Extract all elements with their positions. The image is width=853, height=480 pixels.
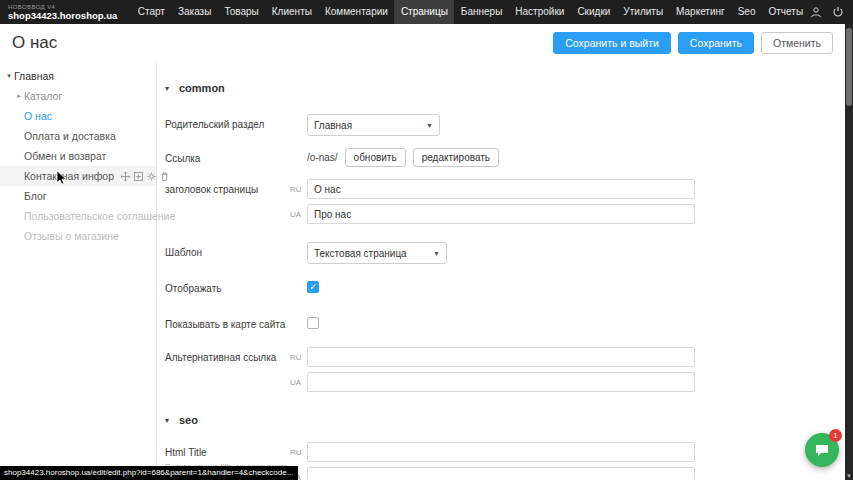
- display-checkbox[interactable]: ✓: [307, 281, 319, 293]
- page-title-ru-input[interactable]: [307, 179, 695, 199]
- menu-item-settings[interactable]: Настройки: [509, 0, 571, 24]
- scrollbar-thumb[interactable]: [846, 28, 852, 106]
- menu-item-comments[interactable]: Комментарии: [318, 0, 394, 24]
- topbar: НОВОВВОД V4 shop34423.horoshop.ua Старт …: [0, 0, 853, 24]
- cancel-button[interactable]: Отменить: [761, 32, 833, 55]
- tree-item-label: Контактная инфор: [24, 170, 114, 182]
- tree-item-label: Каталог: [24, 90, 62, 102]
- parent-section-select[interactable]: Главная ▼: [307, 114, 440, 136]
- chat-widget-button[interactable]: 1: [805, 433, 839, 467]
- brand-logo[interactable]: НОВОВВОД V4 shop34423.horoshop.ua: [8, 4, 117, 21]
- tree-item-label: Оплата и доставка: [24, 130, 116, 142]
- html-title-ru-input[interactable]: [307, 442, 695, 462]
- section-seo[interactable]: ▾ seo: [165, 414, 845, 426]
- menu-item-clients[interactable]: Клиенты: [265, 0, 318, 24]
- html-title-ua-input[interactable]: [307, 467, 695, 480]
- add-icon[interactable]: [133, 171, 143, 181]
- tree-item-label: Обмен и возврат: [24, 150, 106, 162]
- alt-link-ru-input[interactable]: [307, 347, 695, 367]
- admin-screen: НОВОВВОД V4 shop34423.horoshop.ua Старт …: [0, 0, 853, 480]
- form-row-template: Шаблон Текстовая страница ▼: [165, 242, 845, 264]
- section-title: seo: [179, 414, 198, 426]
- caret-down-icon: ▾: [165, 84, 179, 93]
- tree-item-home[interactable]: ▾ Главная: [0, 66, 156, 86]
- user-icon[interactable]: [810, 6, 823, 19]
- menu-item-discounts[interactable]: Скидки: [571, 0, 617, 24]
- tree-item-payment-delivery[interactable]: Оплата и доставка: [0, 126, 156, 146]
- scrollbar-down-arrow-icon[interactable]: ▼: [845, 473, 853, 479]
- tree-item-about-us[interactable]: О нас: [0, 106, 156, 126]
- tree-item-label: Пользовательское соглашение: [24, 210, 175, 222]
- form-row-link: Ссылка /o-nas/ обновить редактировать: [165, 148, 845, 167]
- page-title-ua-input[interactable]: [307, 204, 695, 224]
- selected-value: Текстовая страница: [314, 248, 429, 259]
- chat-icon: [814, 442, 830, 458]
- tree-item-label: О нас: [24, 110, 52, 122]
- link-preview-statusbar: shop34423.horoshop.ua/edit/edit.php?id=6…: [0, 466, 298, 480]
- caret-down-icon: ▾: [165, 416, 179, 425]
- sitemap-checkbox[interactable]: [307, 317, 319, 329]
- field-label-text: Html Title: [165, 447, 207, 458]
- page-title: О нас: [12, 33, 57, 53]
- form-row-parent: Родительский раздел Главная ▼: [165, 114, 845, 136]
- pages-tree-sidebar: ▾ Главная ▸ Каталог О нас Оплата и доста…: [0, 62, 157, 480]
- menu-item-pages[interactable]: Страницы: [394, 0, 454, 24]
- main-menu: Старт Заказы Товары Клиенты Комментарии …: [131, 0, 809, 24]
- section-common[interactable]: ▾ common: [165, 82, 845, 94]
- menu-item-seo[interactable]: Seo: [731, 0, 762, 24]
- topbar-icons: [810, 6, 845, 19]
- chevron-down-icon: ▼: [433, 250, 440, 257]
- lang-tag-ru: RU: [290, 353, 304, 362]
- gear-icon[interactable]: [146, 171, 156, 181]
- menu-item-marketing[interactable]: Маркетинг: [670, 0, 732, 24]
- field-label: Альтернативная ссылка: [165, 347, 290, 365]
- menu-item-start[interactable]: Старт: [131, 0, 171, 24]
- header-actions: Сохранить и выйти Сохранить Отменить: [553, 32, 833, 55]
- vertical-scrollbar[interactable]: ▼: [845, 24, 853, 480]
- tree-item-shop-reviews[interactable]: Отзывы о магазине: [0, 226, 156, 246]
- form-row-alt-link: Альтернативная ссылка RU UA: [165, 347, 845, 392]
- tree-item-blog[interactable]: Блог: [0, 186, 156, 206]
- tree-item-label: Блог: [24, 190, 47, 202]
- menu-item-reports[interactable]: Отчеты: [762, 0, 810, 24]
- section-title: common: [179, 82, 225, 94]
- form-row-display: Отображать ✓: [165, 278, 845, 296]
- lang-tag-ru: RU: [290, 448, 304, 457]
- tree-item-contact-info[interactable]: Контактная инфор: [0, 166, 156, 186]
- menu-item-banners[interactable]: Баннеры: [454, 0, 508, 24]
- menu-item-utilities[interactable]: Утилиты: [617, 0, 670, 24]
- brand-version-label: НОВОВВОД V4: [8, 4, 117, 10]
- lang-tag-ua: UA: [290, 210, 304, 219]
- link-value: /o-nas/: [307, 152, 338, 163]
- tree-item-catalog[interactable]: ▸ Каталог: [0, 86, 156, 106]
- form-row-page-title: заголовок страницы RU UA: [165, 179, 845, 224]
- tree-item-user-agreement[interactable]: Пользовательское соглашение: [0, 206, 156, 226]
- field-label: Родительский раздел: [165, 114, 290, 132]
- field-label: Показывать в карте сайта: [165, 314, 290, 332]
- menu-item-products[interactable]: Товары: [218, 0, 265, 24]
- chat-unread-badge: 1: [829, 429, 842, 442]
- page-header: О нас Сохранить и выйти Сохранить Отмени…: [0, 24, 845, 62]
- field-label: Шаблон: [165, 242, 290, 260]
- chevron-down-icon: ▼: [426, 122, 433, 129]
- body: ▾ Главная ▸ Каталог О нас Оплата и доста…: [0, 62, 845, 480]
- update-link-button[interactable]: обновить: [345, 148, 406, 167]
- selected-value: Главная: [314, 120, 422, 131]
- brand-domain: shop34423.horoshop.ua: [8, 11, 117, 21]
- tree-item-exchange-return[interactable]: Обмен и возврат: [0, 146, 156, 166]
- tree-item-label: Отзывы о магазине: [24, 230, 119, 242]
- menu-item-orders[interactable]: Заказы: [171, 0, 217, 24]
- edit-link-button[interactable]: редактировать: [413, 148, 499, 167]
- form-row-sitemap: Показывать в карте сайта: [165, 314, 845, 332]
- caret-down-icon[interactable]: ▾: [4, 72, 14, 80]
- caret-right-icon[interactable]: ▸: [14, 92, 24, 100]
- tree-item-label: Главная: [14, 70, 54, 82]
- lang-tag-ru: RU: [290, 185, 304, 194]
- template-select[interactable]: Текстовая страница ▼: [307, 242, 447, 264]
- save-button[interactable]: Сохранить: [678, 32, 754, 55]
- save-and-exit-button[interactable]: Сохранить и выйти: [553, 32, 671, 55]
- alt-link-ua-input[interactable]: [307, 372, 695, 392]
- move-icon[interactable]: [120, 171, 130, 181]
- power-icon[interactable]: [832, 6, 845, 19]
- lang-tag-ua: UA: [290, 378, 304, 387]
